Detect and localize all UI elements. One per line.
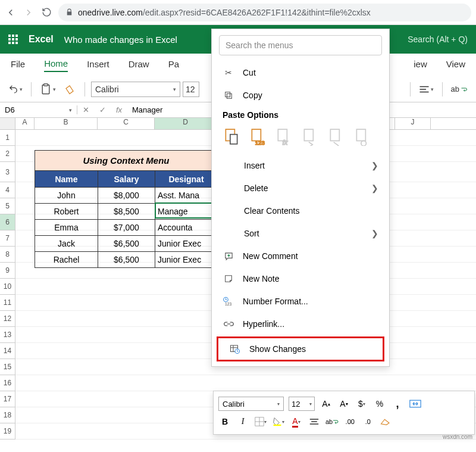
row-header[interactable]: 16 xyxy=(0,375,15,391)
menu-sort[interactable]: Sort❯ xyxy=(212,222,389,245)
app-launcher-icon[interactable] xyxy=(8,35,18,44)
data-table: Using Context Menu Name Salary Designat … xyxy=(35,150,218,268)
col-header[interactable]: J xyxy=(395,118,431,129)
font-selector[interactable]: Calibri▾ xyxy=(91,82,180,97)
svg-rect-1 xyxy=(44,83,48,85)
tab-review[interactable]: iew xyxy=(414,59,427,71)
cancel-icon[interactable]: ✕ xyxy=(77,105,94,114)
menu-cut[interactable]: ✂Cut xyxy=(212,61,389,84)
row-header[interactable]: 8 xyxy=(0,247,15,263)
svg-rect-11 xyxy=(330,129,339,141)
increase-decimal-icon[interactable]: .0 xyxy=(361,415,374,428)
row-header[interactable]: 4 xyxy=(0,182,15,198)
row-header[interactable]: 1 xyxy=(0,130,15,146)
paste-button[interactable]: ▾ xyxy=(37,80,58,98)
undo-button[interactable]: ▾ xyxy=(6,80,25,98)
tab-insert[interactable]: Insert xyxy=(87,59,109,71)
wrap-text-mini[interactable]: ab xyxy=(325,415,339,428)
tab-home[interactable]: Home xyxy=(44,58,68,72)
svg-rect-5 xyxy=(230,135,237,144)
fill-color-button[interactable]: ▾ xyxy=(272,415,285,428)
select-all-corner[interactable] xyxy=(0,118,15,129)
back-icon[interactable] xyxy=(5,7,17,18)
address-bar[interactable]: onedrive.live.com/edit.aspx?resid=6CAE84… xyxy=(58,4,471,21)
font-size-selector[interactable]: 12 xyxy=(183,82,199,97)
comma-icon[interactable]: , xyxy=(391,397,404,410)
row-header[interactable]: 18 xyxy=(0,407,15,423)
borders-button[interactable]: ▾ xyxy=(254,415,267,428)
row-header[interactable]: 9 xyxy=(0,263,15,279)
tab-file[interactable]: File xyxy=(11,59,25,71)
paste-icon[interactable] xyxy=(223,127,240,147)
mini-size-selector[interactable]: 12▾ xyxy=(289,397,315,411)
col-header[interactable]: A xyxy=(15,118,35,129)
row-header[interactable]: 12 xyxy=(0,311,15,327)
bold-button[interactable]: B xyxy=(218,415,231,428)
menu-search-input[interactable]: Search the menus xyxy=(219,35,382,55)
row-header[interactable]: 19 xyxy=(0,423,15,439)
row-header[interactable]: 13 xyxy=(0,327,15,343)
menu-insert[interactable]: Insert❯ xyxy=(212,154,389,177)
name-box[interactable]: D6▾ xyxy=(0,105,77,114)
row-header[interactable]: 17 xyxy=(0,391,15,407)
paste-formatting-icon[interactable] xyxy=(327,127,345,147)
svg-rect-20 xyxy=(274,425,281,426)
lock-icon xyxy=(65,8,73,16)
menu-copy[interactable]: Copy xyxy=(212,84,389,107)
confirm-icon[interactable]: ✓ xyxy=(94,105,111,114)
row-header[interactable]: 7 xyxy=(0,230,15,247)
paste-formulas-icon[interactable]: fx xyxy=(275,127,293,147)
menu-hyperlink[interactable]: Hyperlink... xyxy=(212,313,389,335)
tab-page-layout[interactable]: Pa xyxy=(168,59,179,71)
chevron-right-icon: ❯ xyxy=(371,161,378,170)
percent-icon[interactable]: % xyxy=(373,397,386,410)
currency-icon[interactable]: $▾ xyxy=(355,397,368,410)
search-hint[interactable]: Search (Alt + Q) xyxy=(408,35,468,44)
table-row: Robert$8,500Manage xyxy=(35,203,217,219)
align-button[interactable]: ▾ xyxy=(416,80,436,98)
row-header[interactable]: 5 xyxy=(0,198,15,214)
font-color-button[interactable]: A▾ xyxy=(290,415,303,428)
tab-draw[interactable]: Draw xyxy=(129,59,149,71)
col-header[interactable]: B xyxy=(35,118,98,129)
menu-clear-contents[interactable]: Clear Contents xyxy=(212,199,389,222)
wrap-text-button[interactable]: ab xyxy=(449,80,470,98)
menu-number-format[interactable]: 123Number Format... xyxy=(212,290,389,313)
paste-transpose-icon[interactable] xyxy=(301,127,319,147)
increase-font-icon[interactable]: A▴ xyxy=(320,397,333,410)
paste-link-icon[interactable] xyxy=(353,127,371,147)
row-header[interactable]: 2 xyxy=(0,146,15,162)
col-header[interactable]: D xyxy=(155,118,217,129)
document-name[interactable]: Who made changes in Excel xyxy=(64,35,177,45)
menu-new-note[interactable]: New Note xyxy=(212,267,389,290)
tab-view[interactable]: View xyxy=(446,59,465,71)
th-salary: Salary xyxy=(98,171,155,187)
menu-new-comment[interactable]: New Comment xyxy=(212,245,389,267)
svg-rect-2 xyxy=(227,93,231,98)
formula-input[interactable]: Manager xyxy=(127,105,167,114)
row-header[interactable]: 3 xyxy=(0,162,15,182)
menu-delete[interactable]: Delete❯ xyxy=(212,177,389,199)
svg-point-13 xyxy=(361,141,367,146)
row-header[interactable]: 11 xyxy=(0,295,15,311)
clear-format-icon[interactable] xyxy=(379,415,392,428)
align-center-button[interactable] xyxy=(308,415,321,428)
show-changes-icon xyxy=(229,344,241,354)
row-header[interactable]: 10 xyxy=(0,279,15,295)
italic-button[interactable]: I xyxy=(236,415,249,428)
decrease-decimal-icon[interactable]: .00 xyxy=(343,415,356,428)
format-painter-button[interactable] xyxy=(61,80,79,98)
paste-values-icon[interactable]: 123 xyxy=(249,127,267,147)
mini-font-selector[interactable]: Calibri▾ xyxy=(218,397,284,411)
forward-icon[interactable] xyxy=(23,7,35,18)
row-header[interactable]: 6 xyxy=(0,214,15,230)
merge-icon[interactable] xyxy=(409,397,422,410)
col-header[interactable]: C xyxy=(98,118,155,129)
row-header[interactable]: 14 xyxy=(0,343,15,359)
reload-icon[interactable] xyxy=(40,7,52,18)
decrease-font-icon[interactable]: A▾ xyxy=(337,397,350,410)
row-header[interactable]: 15 xyxy=(0,359,15,375)
th-name: Name xyxy=(35,171,98,187)
menu-show-changes[interactable]: Show Changes xyxy=(218,338,383,360)
fx-icon[interactable]: fx xyxy=(111,105,127,114)
